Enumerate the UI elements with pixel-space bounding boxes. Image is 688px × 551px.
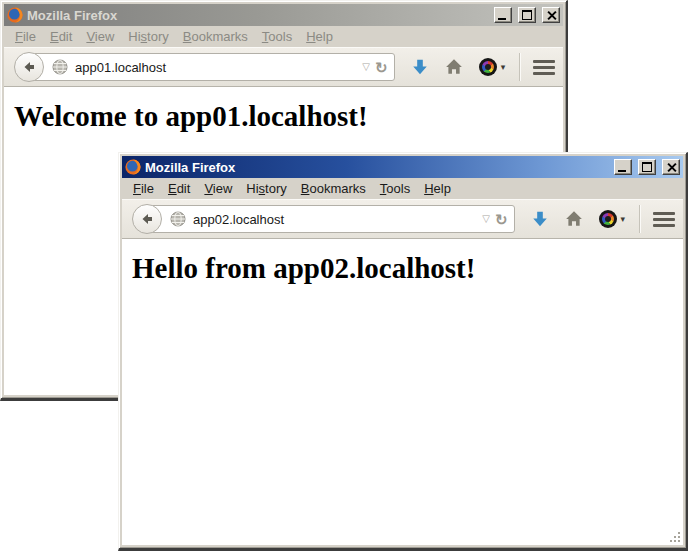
menu-view[interactable]: View <box>79 27 121 46</box>
site-globe-icon[interactable] <box>170 211 186 227</box>
minimize-icon <box>498 18 506 20</box>
minimize-button[interactable] <box>614 159 632 175</box>
back-arrow-icon <box>21 59 37 75</box>
home-button[interactable] <box>445 58 463 76</box>
back-arrow-icon <box>139 211 155 227</box>
addon-button[interactable]: ▾ <box>599 210 626 228</box>
menu-help[interactable]: Help <box>417 179 458 198</box>
menu-bookmarks[interactable]: Bookmarks <box>294 179 373 198</box>
home-button[interactable] <box>565 210 583 228</box>
window-title: Mozilla Firefox <box>145 160 608 175</box>
close-button[interactable] <box>662 159 680 175</box>
menu-bar: File Edit View History Bookmarks Tools H… <box>4 26 563 47</box>
menu-tools[interactable]: Tools <box>255 27 299 46</box>
close-button[interactable] <box>542 7 560 23</box>
back-button[interactable] <box>132 204 162 234</box>
menu-help[interactable]: Help <box>299 27 340 46</box>
downloads-button[interactable] <box>411 58 429 76</box>
menu-file[interactable]: File <box>8 27 43 46</box>
maximize-icon <box>642 162 652 172</box>
download-arrow-icon <box>411 58 429 76</box>
url-input[interactable] <box>191 211 477 228</box>
minimize-button[interactable] <box>494 7 512 23</box>
addon-button[interactable]: ▾ <box>479 58 506 76</box>
menu-history[interactable]: History <box>121 27 175 46</box>
reload-icon[interactable]: ↻ <box>495 212 508 227</box>
navigation-toolbar: ▽ ↻ ▾ <box>122 199 683 239</box>
url-dropdown-icon[interactable]: ▽ <box>362 62 370 72</box>
addon-caret-icon: ▾ <box>501 62 506 72</box>
url-bar[interactable]: ▽ ↻ <box>147 205 515 233</box>
close-icon <box>547 11 556 20</box>
maximize-button[interactable] <box>638 159 656 175</box>
app-menu-button[interactable] <box>653 212 675 227</box>
navigation-toolbar: ▽ ↻ ▾ <box>4 47 563 87</box>
back-button[interactable] <box>14 52 44 82</box>
downloads-button[interactable] <box>531 210 549 228</box>
reload-icon[interactable]: ↻ <box>375 60 388 75</box>
page-heading: Hello from app02.localhost! <box>132 252 683 285</box>
hamburger-icon <box>653 212 675 215</box>
titlebar[interactable]: Mozilla Firefox <box>4 4 563 26</box>
minimize-icon <box>618 170 626 172</box>
page-heading: Welcome to app01.localhost! <box>14 100 563 133</box>
toolbar-separator <box>639 205 641 233</box>
site-globe-icon[interactable] <box>52 59 68 75</box>
addon-caret-icon: ▾ <box>621 214 626 224</box>
firefox-logo-icon <box>125 159 141 175</box>
titlebar[interactable]: Mozilla Firefox <box>122 156 683 178</box>
url-input[interactable] <box>73 59 357 76</box>
lens-icon <box>599 210 617 228</box>
resize-grip[interactable] <box>669 531 682 544</box>
download-arrow-icon <box>531 210 549 228</box>
url-dropdown-icon[interactable]: ▽ <box>482 214 490 224</box>
menu-history[interactable]: History <box>239 179 293 198</box>
close-icon <box>667 163 676 172</box>
lens-icon <box>479 58 497 76</box>
home-icon <box>565 210 583 228</box>
window-title: Mozilla Firefox <box>27 8 488 23</box>
menu-tools[interactable]: Tools <box>373 179 417 198</box>
firefox-logo-icon <box>7 7 23 23</box>
menu-bookmarks[interactable]: Bookmarks <box>176 27 255 46</box>
home-icon <box>445 58 463 76</box>
page-content-app02: Hello from app02.localhost! <box>122 239 683 545</box>
maximize-button[interactable] <box>518 7 536 23</box>
app-menu-button[interactable] <box>533 60 555 75</box>
hamburger-icon <box>533 60 555 63</box>
menu-edit[interactable]: Edit <box>43 27 79 46</box>
browser-window-app02[interactable]: Mozilla Firefox File Edit View History B… <box>118 152 688 551</box>
menu-bar: File Edit View History Bookmarks Tools H… <box>122 178 683 199</box>
maximize-icon <box>522 10 532 20</box>
menu-edit[interactable]: Edit <box>161 179 197 198</box>
menu-file[interactable]: File <box>126 179 161 198</box>
toolbar-separator <box>519 53 521 81</box>
menu-view[interactable]: View <box>197 179 239 198</box>
url-bar[interactable]: ▽ ↻ <box>29 53 395 81</box>
